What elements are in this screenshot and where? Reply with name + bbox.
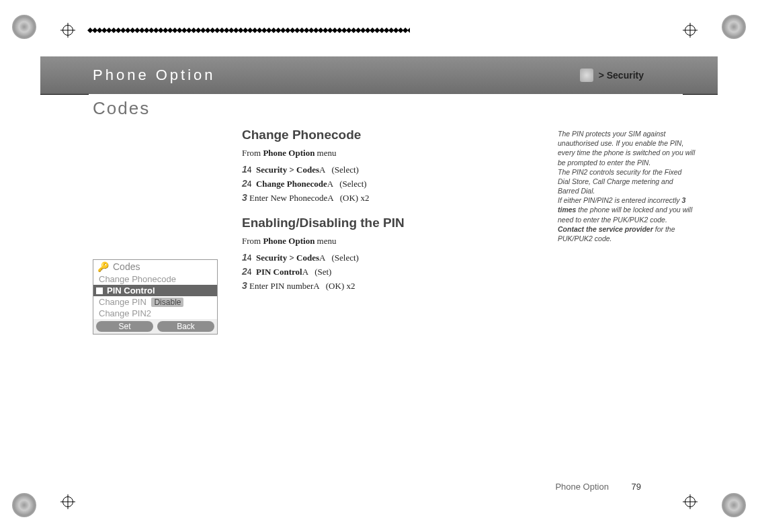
step-line: 14 Security > CodesA (Select) (242, 252, 531, 263)
phone-menu-item-label: Change PIN (99, 297, 146, 307)
security-icon (580, 69, 593, 82)
step-bold: Change Phonecode (256, 179, 327, 189)
note-p4a: Contact the service provider (558, 225, 653, 233)
from-prefix: From (242, 236, 263, 246)
header-breadcrumb-area: > Security (580, 69, 644, 82)
print-corner-circle (722, 15, 746, 39)
step-number: 2 (242, 266, 247, 277)
softkey-right: Back (157, 321, 214, 332)
print-corner-circle (12, 493, 36, 517)
phone-menu-item-label: PIN Control (107, 285, 155, 296)
sidebar-note: The PIN protects your SIM against unauth… (558, 129, 696, 243)
phone-menu-item: Change PIN2 (93, 308, 217, 319)
header-title: Phone Option (40, 66, 216, 84)
step-tail: A (313, 281, 319, 291)
footer: Phone Option 79 (555, 482, 641, 492)
step-plain: Enter PIN number (249, 281, 313, 291)
note-p2: The PIN2 controls security for the Fixed… (558, 168, 681, 195)
section-heading: Change Phonecode (242, 128, 531, 142)
step-plain: Enter New Phonecode (249, 193, 327, 203)
phone-menu-item-selected: PIN Control (93, 285, 217, 296)
phone-screen-title-text: Codes (113, 261, 140, 272)
note-p3c: the phone will be locked and you will ne… (558, 206, 692, 223)
from-menu: Phone Option (263, 236, 314, 246)
from-suffix: menu (314, 148, 336, 158)
header-band: Phone Option > Security (40, 56, 718, 94)
step-suffix: (OK) x2 (326, 281, 355, 291)
page-number: 79 (632, 482, 641, 492)
from-prefix: From (242, 148, 263, 158)
phone-menu-badge: Disable (151, 298, 183, 307)
rule-left (40, 94, 89, 95)
breadcrumb: > Security (599, 70, 644, 81)
from-line: From Phone Option menu (242, 148, 531, 159)
step-arrow: 4 (247, 267, 252, 277)
step-tail: A (327, 179, 333, 189)
rule-right (683, 94, 718, 95)
step-arrow: 4 (247, 253, 252, 263)
step-number: 1 (242, 252, 247, 263)
step-line: 24 Change PhonecodeA (Select) (242, 178, 531, 189)
page-title: Codes (93, 98, 150, 119)
step-number: 3 (242, 192, 247, 203)
softkey-left: Set (96, 321, 153, 332)
step-number: 1 (242, 164, 247, 175)
phone-menu-item: Change Phonecode (93, 273, 217, 285)
from-menu: Phone Option (263, 148, 314, 158)
step-tail: A (319, 165, 325, 175)
step-line: 14 Security > CodesA (Select) (242, 164, 531, 175)
step-tail: A (319, 253, 325, 263)
step-tail: A (327, 193, 333, 203)
from-suffix: menu (314, 236, 336, 246)
step-number: 3 (242, 280, 247, 291)
step-number: 2 (242, 178, 247, 189)
phone-menu-item: Change PIN Disable (93, 296, 217, 308)
step-suffix: (OK) x2 (340, 193, 370, 203)
step-line: 24 PIN ControlA (Set) (242, 266, 531, 277)
step-suffix: (Select) (331, 253, 358, 263)
phone-screen-title: 🔑 Codes (93, 260, 217, 273)
section-heading: Enabling/Disabling the PIN (242, 216, 531, 230)
phone-softkey-row: Set Back (93, 319, 217, 334)
step-line: 3 Enter PIN numberA (OK) x2 (242, 280, 531, 292)
footer-label: Phone Option (555, 482, 609, 492)
step-bold: Security > Codes (256, 253, 319, 263)
print-corner-circle (12, 15, 36, 39)
step-suffix: (Select) (339, 179, 366, 189)
phone-screen-illustration: 🔑 Codes Change Phonecode PIN Control Cha… (93, 259, 218, 335)
step-suffix: (Set) (314, 267, 331, 277)
note-p1: The PIN protects your SIM against unauth… (558, 130, 695, 167)
step-line: 3 Enter New PhonecodeA (OK) x2 (242, 192, 531, 204)
step-arrow: 4 (247, 165, 252, 175)
step-tail: A (302, 267, 308, 277)
key-icon: 🔑 (97, 261, 109, 272)
step-suffix: (Select) (331, 165, 358, 175)
page-frame: Phone Option > Security Codes Change Pho… (40, 20, 718, 512)
step-arrow: 4 (247, 179, 252, 189)
main-content: Change Phonecode From Phone Option menu … (242, 128, 531, 294)
step-bold: Security > Codes (256, 165, 319, 175)
print-corner-circle (722, 493, 746, 517)
step-bold: PIN Control (256, 267, 302, 277)
note-p3a: If either PIN/PIN2 is entered incorrectl… (558, 196, 681, 204)
from-line: From Phone Option menu (242, 236, 531, 247)
